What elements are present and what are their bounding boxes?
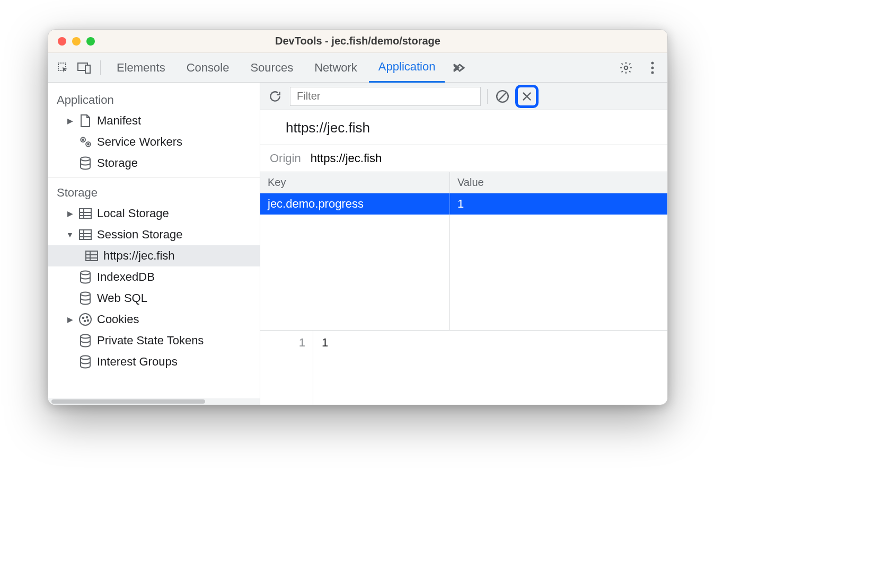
svg-point-20 bbox=[84, 320, 86, 322]
column-header-value[interactable]: Value bbox=[450, 172, 667, 193]
database-icon bbox=[78, 333, 93, 348]
svg-rect-2 bbox=[85, 65, 90, 73]
tab-sources[interactable]: Sources bbox=[241, 53, 303, 83]
table-empty-area[interactable] bbox=[260, 215, 667, 331]
delete-selected-icon[interactable] bbox=[519, 89, 534, 104]
application-sidebar[interactable]: Application ▶ Manifest Se bbox=[48, 83, 260, 405]
database-icon bbox=[78, 270, 93, 284]
svg-point-8 bbox=[82, 139, 84, 140]
expand-arrow-icon: ▶ bbox=[66, 117, 74, 125]
value-preview: 1 1 bbox=[260, 331, 667, 405]
sidebar-item-interest-groups[interactable]: Interest Groups bbox=[48, 351, 260, 372]
zoom-window-button[interactable] bbox=[86, 37, 95, 46]
svg-point-3 bbox=[624, 66, 628, 69]
more-tabs-icon[interactable] bbox=[447, 63, 472, 73]
gears-icon bbox=[78, 135, 93, 149]
sidebar-section-application: Application bbox=[48, 88, 260, 110]
close-window-button[interactable] bbox=[58, 37, 66, 46]
sidebar-item-label: Manifest bbox=[97, 114, 141, 128]
column-header-key[interactable]: Key bbox=[260, 172, 450, 193]
window-title: DevTools - jec.fish/demo/storage bbox=[275, 35, 440, 47]
origin-value: https://jec.fish bbox=[311, 152, 382, 165]
separator bbox=[100, 60, 101, 75]
sidebar-item-service-workers[interactable]: Service Workers bbox=[48, 131, 260, 153]
svg-point-17 bbox=[80, 314, 91, 325]
sidebar-item-label: Cookies bbox=[97, 313, 139, 326]
svg-point-16 bbox=[81, 292, 90, 296]
sidebar-item-label: Service Workers bbox=[97, 135, 182, 149]
sidebar-item-indexeddb[interactable]: IndexedDB bbox=[48, 266, 260, 288]
separator bbox=[48, 177, 260, 177]
sidebar-item-session-origin[interactable]: https://jec.fish bbox=[48, 245, 260, 266]
table-icon bbox=[84, 248, 99, 263]
origin-heading: https://jec.fish bbox=[260, 110, 667, 145]
svg-point-21 bbox=[87, 320, 89, 322]
filter-input[interactable] bbox=[290, 87, 481, 106]
tab-network[interactable]: Network bbox=[305, 53, 367, 83]
sidebar-item-cookies[interactable]: ▶ Cookies bbox=[48, 309, 260, 330]
preview-content: 1 bbox=[313, 331, 667, 405]
svg-point-19 bbox=[86, 317, 88, 318]
svg-point-6 bbox=[651, 71, 654, 74]
refresh-icon[interactable] bbox=[267, 88, 284, 105]
sidebar-item-label: IndexedDB bbox=[97, 270, 155, 284]
inspect-element-icon[interactable] bbox=[54, 58, 73, 77]
origin-row: Origin https://jec.fish bbox=[260, 145, 667, 172]
sidebar-item-label: Private State Tokens bbox=[97, 334, 204, 348]
sidebar-item-local-storage[interactable]: ▶ Local Storage bbox=[48, 203, 260, 224]
clear-all-icon[interactable] bbox=[494, 88, 511, 105]
database-icon bbox=[78, 156, 93, 171]
scrollbar-thumb[interactable] bbox=[51, 399, 205, 404]
table-row[interactable]: jec.demo.progress 1 bbox=[260, 193, 667, 215]
devtools-body: Application ▶ Manifest Se bbox=[48, 83, 667, 405]
sidebar-item-storage[interactable]: Storage bbox=[48, 153, 260, 174]
devtools-window: DevTools - jec.fish/demo/storage Element… bbox=[48, 29, 668, 405]
panel-toolbar bbox=[260, 83, 667, 110]
sidebar-item-label: https://jec.fish bbox=[103, 249, 175, 263]
svg-point-11 bbox=[81, 157, 90, 161]
storage-table: Key Value jec.demo.progress 1 bbox=[260, 172, 667, 331]
origin-label: Origin bbox=[270, 152, 301, 165]
preview-line-number: 1 bbox=[260, 331, 313, 405]
sidebar-item-private-state-tokens[interactable]: Private State Tokens bbox=[48, 330, 260, 351]
delete-selected-highlight bbox=[515, 85, 539, 108]
svg-point-23 bbox=[81, 356, 90, 360]
device-toolbar-icon[interactable] bbox=[75, 58, 94, 77]
tab-elements[interactable]: Elements bbox=[107, 53, 175, 83]
svg-point-22 bbox=[81, 335, 90, 338]
svg-point-4 bbox=[651, 61, 654, 64]
horizontal-scrollbar[interactable] bbox=[48, 398, 260, 405]
table-icon bbox=[78, 227, 93, 242]
cell-value[interactable]: 1 bbox=[450, 193, 667, 215]
svg-point-15 bbox=[81, 271, 90, 275]
svg-rect-12 bbox=[80, 209, 91, 218]
sidebar-item-label: Session Storage bbox=[97, 228, 182, 242]
kebab-menu-icon[interactable] bbox=[643, 58, 662, 77]
sidebar-item-label: Storage bbox=[97, 156, 138, 170]
expand-arrow-icon: ▶ bbox=[66, 315, 74, 324]
sidebar-item-label: Local Storage bbox=[97, 207, 169, 220]
titlebar: DevTools - jec.fish/demo/storage bbox=[48, 30, 667, 53]
table-header: Key Value bbox=[260, 172, 667, 193]
tab-application[interactable]: Application bbox=[369, 53, 445, 83]
cookie-icon bbox=[78, 312, 93, 327]
cell-key[interactable]: jec.demo.progress bbox=[260, 193, 450, 215]
separator bbox=[487, 89, 488, 104]
minimize-window-button[interactable] bbox=[72, 37, 81, 46]
sidebar-item-manifest[interactable]: ▶ Manifest bbox=[48, 110, 260, 131]
devtools-toolbar: Elements Console Sources Network Applica… bbox=[48, 53, 667, 83]
sidebar-item-label: Web SQL bbox=[97, 291, 147, 305]
svg-point-18 bbox=[83, 317, 84, 319]
sidebar-item-session-storage[interactable]: ▼ Session Storage bbox=[48, 224, 260, 245]
settings-icon[interactable] bbox=[616, 58, 636, 77]
table-icon bbox=[78, 206, 93, 221]
database-icon bbox=[78, 291, 93, 306]
tab-console[interactable]: Console bbox=[177, 53, 239, 83]
svg-point-10 bbox=[87, 144, 89, 145]
sidebar-section-storage: Storage bbox=[48, 181, 260, 203]
document-icon bbox=[78, 113, 93, 128]
sidebar-item-label: Interest Groups bbox=[97, 355, 178, 369]
expand-arrow-icon: ▶ bbox=[66, 209, 74, 218]
sidebar-item-websql[interactable]: Web SQL bbox=[48, 288, 260, 309]
svg-rect-13 bbox=[80, 230, 91, 239]
